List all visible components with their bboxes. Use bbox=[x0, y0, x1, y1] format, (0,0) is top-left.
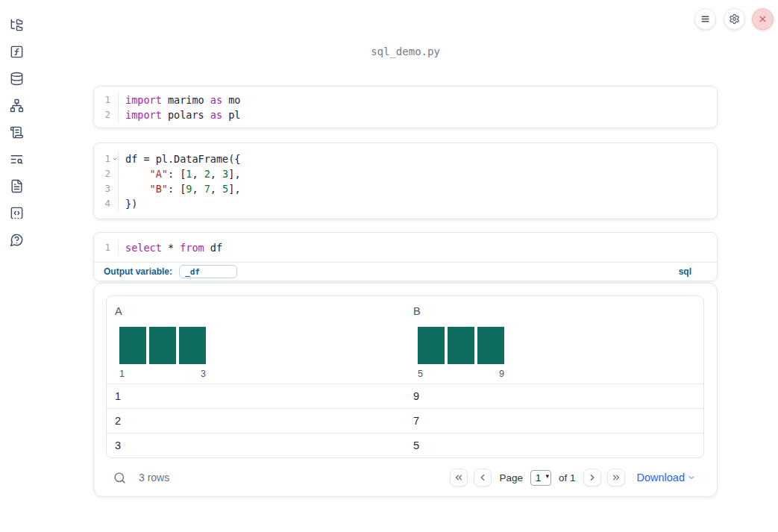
helper-panel-sidebar bbox=[0, 0, 33, 532]
chevrons-right-icon bbox=[611, 472, 621, 483]
line-number-gutter: 2 bbox=[94, 107, 119, 122]
column-header-label[interactable]: B bbox=[413, 305, 703, 317]
table-cell: 7 bbox=[405, 415, 703, 427]
document-icon bbox=[10, 179, 24, 193]
settings-gear-icon bbox=[729, 13, 740, 25]
chevron-right-icon bbox=[587, 472, 597, 483]
sql-language-label: sql bbox=[679, 266, 691, 277]
table-row[interactable]: 35 bbox=[107, 433, 703, 457]
column-header-label[interactable]: A bbox=[115, 305, 405, 317]
histogram-axis: 13 bbox=[119, 369, 206, 379]
histogram-bar[interactable] bbox=[477, 327, 504, 364]
help-icon bbox=[10, 233, 24, 247]
download-label: Download bbox=[637, 472, 686, 484]
code-line: 4}) bbox=[94, 196, 717, 211]
download-button[interactable]: Download bbox=[637, 472, 697, 484]
histogram-axis: 59 bbox=[418, 369, 504, 379]
first-page-button[interactable] bbox=[450, 469, 468, 486]
code-editor[interactable]: 1df = pl.DataFrame({2 "A": [1, 2, 3],3 "… bbox=[94, 143, 717, 219]
row-count-label: 3 rows bbox=[139, 472, 169, 484]
sql-editor[interactable]: 1select * from df bbox=[94, 233, 717, 263]
sidebar-item-datasources[interactable] bbox=[10, 72, 24, 86]
chevron-down-icon bbox=[687, 473, 696, 482]
notebook-title: sql_demo.py bbox=[93, 46, 718, 57]
code-cell-imports[interactable]: 1import marimo as mo2import polars as pl bbox=[93, 86, 718, 128]
page-of-label: of 1 bbox=[559, 472, 576, 484]
page-select-wrap: 1 bbox=[530, 470, 551, 486]
chevron-left-icon bbox=[477, 472, 488, 483]
table-body: 192735 bbox=[107, 384, 703, 457]
code-text: df = pl.DataFrame({ bbox=[119, 151, 240, 166]
page-label: Page bbox=[499, 472, 523, 484]
table-cell: 1 bbox=[107, 390, 405, 402]
chevrons-left-icon bbox=[454, 472, 464, 483]
histogram-bar[interactable] bbox=[149, 327, 176, 364]
code-text: }) bbox=[119, 196, 137, 211]
close-icon bbox=[758, 14, 768, 24]
line-number-gutter: 1 bbox=[94, 93, 119, 107]
table-footer: 3 rows Page 1 of 1 bbox=[106, 464, 705, 491]
search-icon bbox=[113, 472, 126, 484]
code-line: 3 "B": [9, 7, 5], bbox=[94, 181, 717, 196]
code-line: 1select * from df bbox=[94, 240, 717, 255]
dataframe-table: A13B59 192735 bbox=[106, 295, 704, 458]
line-number-gutter: 2 bbox=[94, 166, 119, 181]
code-text: import polars as pl bbox=[119, 107, 240, 122]
output-variable-label: Output variable: bbox=[104, 266, 172, 277]
code-text: "A": [1, 2, 3], bbox=[119, 166, 241, 181]
table-row[interactable]: 19 bbox=[107, 384, 703, 408]
sidebar-item-scratchpad[interactable] bbox=[10, 125, 24, 140]
sidebar-item-file-explorer[interactable] bbox=[10, 18, 24, 32]
dependency-graph-icon bbox=[10, 98, 24, 113]
histogram-max-label: 9 bbox=[499, 369, 504, 379]
sidebar-item-snippets[interactable] bbox=[10, 206, 24, 220]
fold-chevron-icon[interactable] bbox=[112, 154, 118, 164]
line-number-gutter: 1 bbox=[94, 240, 119, 255]
table-cell: 5 bbox=[405, 439, 703, 451]
file-tree-icon bbox=[10, 18, 24, 32]
output-variable-input[interactable] bbox=[179, 265, 237, 278]
sql-cell-footer: Output variable: sql bbox=[94, 262, 717, 281]
code-text: "B": [9, 7, 5], bbox=[119, 181, 241, 196]
sidebar-item-logs[interactable] bbox=[10, 152, 24, 166]
sidebar-item-variables[interactable] bbox=[10, 45, 24, 59]
database-icon bbox=[10, 72, 24, 86]
sidebar-item-dependency-graph[interactable] bbox=[10, 98, 24, 113]
code-line: 2import polars as pl bbox=[94, 107, 717, 122]
scroll-icon bbox=[10, 125, 24, 140]
histogram-bar[interactable] bbox=[448, 327, 474, 364]
table-search-button[interactable] bbox=[113, 472, 126, 484]
sidebar-item-help[interactable] bbox=[10, 233, 24, 247]
table-header-row: A13B59 bbox=[107, 296, 703, 384]
histogram-min-label: 1 bbox=[119, 369, 125, 379]
sidebar-item-documentation[interactable] bbox=[10, 179, 24, 193]
table-row[interactable]: 27 bbox=[107, 408, 703, 433]
notebook-area: sql_demo.py 1import marimo as mo2import … bbox=[93, 0, 718, 532]
code-cell-dataframe[interactable]: 1df = pl.DataFrame({2 "A": [1, 2, 3],3 "… bbox=[93, 143, 718, 219]
code-cell-sql[interactable]: 1select * from df Output variable: sql bbox=[93, 232, 718, 281]
column-histogram[interactable] bbox=[119, 327, 206, 364]
table-cell: 3 bbox=[107, 439, 405, 451]
previous-page-button[interactable] bbox=[474, 469, 492, 486]
code-line: 1import marimo as mo bbox=[94, 93, 717, 107]
page-select[interactable]: 1 bbox=[530, 470, 551, 486]
histogram-bar[interactable] bbox=[418, 327, 445, 364]
code-editor[interactable]: 1import marimo as mo2import polars as pl bbox=[94, 87, 717, 128]
line-number-gutter: 3 bbox=[94, 181, 119, 196]
cell-output-panel: A13B59 192735 3 rows Page 1 bbox=[93, 283, 718, 497]
histogram-min-label: 5 bbox=[418, 369, 423, 379]
next-page-button[interactable] bbox=[583, 469, 601, 486]
code-line: 1df = pl.DataFrame({ bbox=[94, 151, 717, 166]
histogram-bar[interactable] bbox=[119, 327, 146, 364]
table-column-header: B59 bbox=[405, 296, 703, 384]
table-column-header: A13 bbox=[107, 296, 405, 384]
code-text: select * from df bbox=[119, 240, 222, 255]
shutdown-button[interactable] bbox=[752, 8, 774, 30]
table-cell: 2 bbox=[107, 415, 405, 427]
column-histogram[interactable] bbox=[418, 327, 504, 364]
last-page-button[interactable] bbox=[607, 469, 625, 486]
histogram-bar[interactable] bbox=[179, 327, 206, 364]
snippets-icon bbox=[10, 206, 24, 220]
table-cell: 9 bbox=[405, 390, 703, 402]
settings-button[interactable] bbox=[724, 8, 745, 30]
